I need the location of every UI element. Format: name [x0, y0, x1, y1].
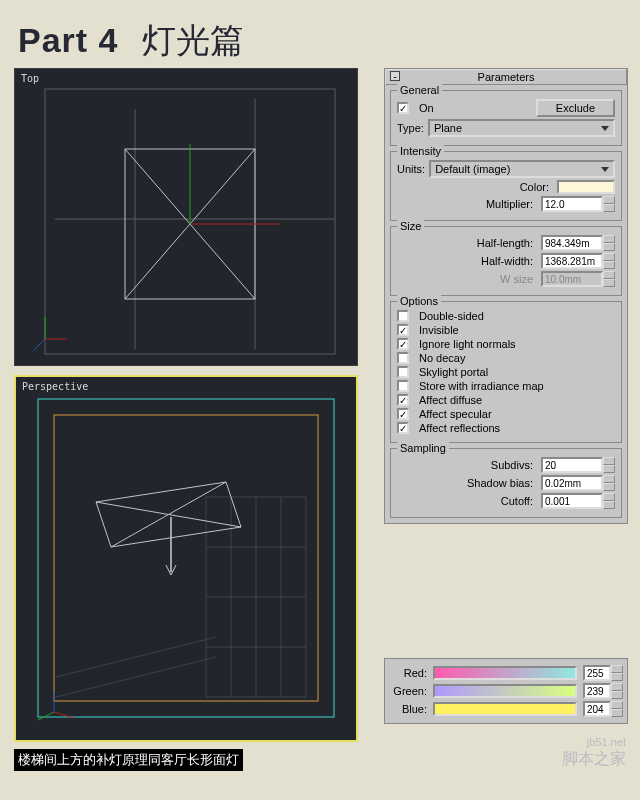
svg-line-11: [33, 339, 45, 351]
viewport-persp-label: Perspective: [22, 381, 88, 392]
rgb-panel: Red: Green: Blue:: [384, 658, 628, 724]
spinner-half-width[interactable]: [603, 253, 615, 269]
svg-line-29: [38, 712, 54, 720]
label-half-length: Half-length:: [397, 237, 537, 249]
viewport-top[interactable]: Top: [14, 68, 358, 366]
group-general: General On Exclude Type: Plane: [390, 90, 622, 146]
label-option: Skylight portal: [419, 366, 488, 378]
label-blue: Blue:: [389, 703, 427, 715]
label-option: Double-sided: [419, 310, 484, 322]
chevron-down-icon: [601, 167, 609, 172]
label-option: Affect diffuse: [419, 394, 482, 406]
input-shadow-bias[interactable]: [541, 475, 603, 491]
label-color: Color:: [397, 181, 553, 193]
spinner-red[interactable]: [611, 665, 623, 681]
group-intensity: Intensity Units: Default (image) Color: …: [390, 151, 622, 221]
spinner-cutoff[interactable]: [603, 493, 615, 509]
checkbox-option[interactable]: [397, 380, 409, 392]
label-option: Affect specular: [419, 408, 492, 420]
label-option: Ignore light normals: [419, 338, 516, 350]
input-multiplier[interactable]: [541, 196, 603, 212]
spinner-shadow-bias[interactable]: [603, 475, 615, 491]
label-option: Store with irradiance map: [419, 380, 544, 392]
parameters-panel: - Parameters General On Exclude Type: Pl…: [384, 68, 628, 524]
label-type: Type:: [397, 122, 424, 134]
slider-green[interactable]: [433, 684, 577, 698]
svg-rect-13: [54, 415, 318, 701]
input-subdivs[interactable]: [541, 457, 603, 473]
rollout-header-parameters[interactable]: - Parameters: [385, 69, 627, 85]
spinner-w-size: [603, 271, 615, 287]
checkbox-option[interactable]: [397, 394, 409, 406]
checkbox-option[interactable]: [397, 352, 409, 364]
group-sampling-title: Sampling: [397, 442, 449, 454]
label-option: Affect reflections: [419, 422, 500, 434]
label-option: Invisible: [419, 324, 459, 336]
page-title-part: Part 4: [18, 21, 119, 59]
watermark: jb51.net脚本之家: [562, 733, 626, 770]
label-shadow-bias: Shadow bias:: [397, 477, 537, 489]
viewport-perspective[interactable]: Perspective: [14, 375, 358, 742]
label-green: Green:: [389, 685, 427, 697]
slider-red[interactable]: [433, 666, 577, 680]
input-red[interactable]: [583, 665, 611, 681]
page-title-zh: 灯光篇: [142, 21, 244, 59]
viewport-top-label: Top: [21, 73, 39, 84]
checkbox-option[interactable]: [397, 324, 409, 336]
color-swatch[interactable]: [557, 180, 615, 194]
rollout-toggle-icon[interactable]: -: [390, 71, 400, 81]
input-blue[interactable]: [583, 701, 611, 717]
checkbox-option[interactable]: [397, 422, 409, 434]
select-type[interactable]: Plane: [428, 119, 615, 137]
group-options-title: Options: [397, 295, 441, 307]
label-w-size: W size: [397, 273, 537, 285]
input-w-size: [541, 271, 603, 287]
select-units[interactable]: Default (image): [429, 160, 615, 178]
chevron-down-icon: [601, 126, 609, 131]
label-red: Red:: [389, 667, 427, 679]
checkbox-option[interactable]: [397, 366, 409, 378]
group-options: Options Double-sidedInvisibleIgnore ligh…: [390, 301, 622, 443]
checkbox-option[interactable]: [397, 408, 409, 420]
label-option: No decay: [419, 352, 465, 364]
group-sampling: Sampling Subdivs: Shadow bias: Cutoff:: [390, 448, 622, 518]
spinner-half-length[interactable]: [603, 235, 615, 251]
checkbox-on[interactable]: [397, 102, 409, 114]
exclude-button[interactable]: Exclude: [536, 99, 615, 117]
input-half-width[interactable]: [541, 253, 603, 269]
spinner-blue[interactable]: [611, 701, 623, 717]
input-green[interactable]: [583, 683, 611, 699]
svg-line-21: [56, 637, 216, 677]
viewport-top-wireframe: [15, 69, 359, 367]
spinner-multiplier[interactable]: [603, 196, 615, 212]
spinner-subdivs[interactable]: [603, 457, 615, 473]
svg-rect-12: [38, 399, 334, 717]
label-multiplier: Multiplier:: [397, 198, 537, 210]
caption: 楼梯间上方的补灯原理同客厅长形面灯: [14, 749, 243, 771]
spinner-green[interactable]: [611, 683, 623, 699]
label-subdivs: Subdivs:: [397, 459, 537, 471]
group-size: Size Half-length: Half-width: W size: [390, 226, 622, 296]
checkbox-option[interactable]: [397, 310, 409, 322]
group-general-title: General: [397, 84, 442, 96]
group-intensity-title: Intensity: [397, 145, 444, 157]
label-half-width: Half-width:: [397, 255, 537, 267]
slider-blue[interactable]: [433, 702, 577, 716]
label-units: Units:: [397, 163, 425, 175]
input-half-length[interactable]: [541, 235, 603, 251]
svg-line-25: [111, 482, 226, 547]
label-cutoff: Cutoff:: [397, 495, 537, 507]
rollout-title: Parameters: [478, 71, 535, 83]
group-size-title: Size: [397, 220, 424, 232]
svg-line-22: [56, 657, 216, 697]
label-on: On: [419, 102, 434, 114]
checkbox-option[interactable]: [397, 338, 409, 350]
viewport-persp-wireframe: [16, 377, 356, 740]
input-cutoff[interactable]: [541, 493, 603, 509]
